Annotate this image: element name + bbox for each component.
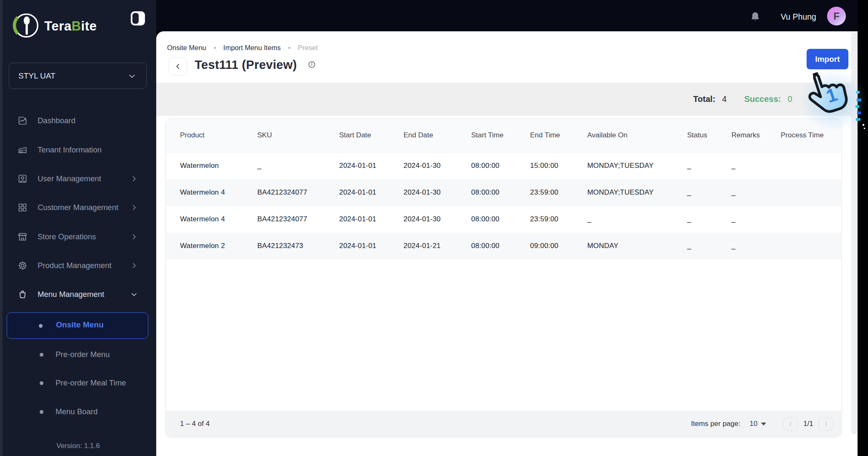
table-header-row: ProductSKUStart DateEnd DateStart TimeEn… [166,119,841,152]
sidebar-item-customer-management[interactable]: Customer Management [0,198,156,217]
table-cell: _ [687,162,731,170]
breadcrumb-import-menu-items[interactable]: Import Menu Items [223,44,281,52]
table-cell: MONDAY;TUESDAY [587,162,687,170]
table-cell: 2024-01-01 [339,242,404,250]
table-cell: _ [731,242,781,250]
table-row: Watermelon 4BA42123240772024-01-012024-0… [166,179,841,206]
column-header: End Date [404,131,471,139]
chevron-right-icon [823,421,829,427]
items-per-page-label: Items per page: [691,420,740,428]
previous-page-button[interactable] [783,418,798,431]
grid-icon [18,203,28,213]
column-header: Product [180,131,257,139]
bullet-icon [40,381,43,385]
chevron-left-icon [787,421,794,427]
top-header-bar [156,0,868,31]
sidebar-subitem-pre-order-meal-time[interactable]: Pre-order Meal Time [0,375,156,392]
user-name: Vu Phung [781,12,816,22]
sidebar-subitem-onsite-menu[interactable]: Onsite Menu [7,312,148,339]
table-cell: 2024-01-30 [404,215,471,223]
table-cell: MONDAY;TUESDAY [587,188,687,197]
page-title: Test111 (Preview) [195,58,297,72]
table-cell: _ [731,188,781,197]
sidebar-item-product-management[interactable]: Product Management [0,256,156,275]
notifications-bell-icon[interactable] [749,11,761,24]
success-label: Success: [744,94,781,104]
table-cell: MONDAY [587,242,687,250]
avatar[interactable]: F [827,7,846,25]
sidebar-subitem-menu-board[interactable]: Menu Board [0,404,156,421]
breadcrumb-preset: Preset [298,44,318,52]
sidebar-item-label: Product Management [38,261,112,270]
table-cell: _ [731,215,781,223]
table-body: Watermelon_2024-01-012024-01-3008:00:001… [166,152,841,259]
sidebar-item-label: Tenant Information [38,145,102,155]
sidebar-subitem-pre-order-menu[interactable]: Pre-order Menu [0,347,156,363]
sidebar-item-menu-management[interactable]: Menu Management [0,285,156,304]
table-cell: 08:00:00 [471,162,530,170]
import-button[interactable]: Import [807,49,848,69]
gear-icon [18,261,28,271]
table-cell: _ [687,188,731,197]
bullet-icon [40,353,43,357]
table-cell: _ [731,162,781,170]
sidebar-collapse-button[interactable] [131,11,145,25]
sidebar: TeraBite STYL UAT Dashboard Tenant Infor… [0,0,156,456]
sidebar-subitem-label: Pre-order Menu [56,350,110,359]
table-header: ProductSKUStart DateEnd DateStart TimeEn… [166,119,841,152]
table-cell: Watermelon 4 [180,215,257,223]
breadcrumb-separator [214,47,216,49]
column-header: SKU [257,131,339,139]
table-cell: _ [257,162,339,170]
back-button[interactable] [169,57,187,76]
table-cell: Watermelon 2 [180,242,257,250]
items-per-page-value: 10 [749,420,757,428]
dashboard-icon [18,116,28,126]
table-cell: 2024-01-30 [404,188,471,197]
sidebar-subitem-label: Pre-order Meal Time [56,378,126,388]
info-icon[interactable] [308,61,316,70]
terabite-logo-icon [13,12,40,41]
sidebar-item-label: Menu Management [38,290,104,299]
table-row: Watermelon 2BA4212324732024-01-012024-01… [166,233,841,259]
sidebar-item-user-management[interactable]: User Management [0,170,156,188]
workspace-select-value: STYL UAT [18,71,56,81]
chevron-down-icon [128,72,136,82]
table-cell: 2024-01-01 [339,162,404,170]
table-cell: 08:00:00 [471,242,530,250]
sidebar-item-label: Dashboard [38,116,76,125]
table-cell: 2024-01-30 [404,162,471,170]
dropdown-arrow-icon [761,423,766,426]
screen-edge-band [858,0,868,456]
table-cell: 08:00:00 [471,188,530,197]
table-row: Watermelon_2024-01-012024-01-3008:00:001… [166,152,841,179]
tenant-building-icon [18,145,28,155]
sidebar-subitem-label: Onsite Menu [56,320,104,329]
sidebar-item-dashboard[interactable]: Dashboard [0,111,156,130]
table-cell: Watermelon 4 [180,188,257,197]
column-header: Available On [587,131,687,139]
bullet-icon [40,410,43,414]
chevron-right-icon [130,175,138,185]
preview-table-card: ProductSKUStart DateEnd DateStart TimeEn… [165,118,842,437]
import-summary-bar: Total: 4 Success: 0 E [156,83,858,116]
total-value: 4 [722,94,727,104]
click-cursor-hand-icon: 1 [803,67,855,121]
breadcrumb-onsite-menu[interactable]: Onsite Menu [167,44,206,52]
sidebar-item-label: Customer Management [38,203,118,212]
sidebar-item-tenant-information[interactable]: Tenant Information [0,141,156,159]
glitch-pixel [864,128,865,129]
table-cell: BA4212324077 [257,188,339,197]
items-per-page-select[interactable]: 10 [749,420,766,428]
workspace-select[interactable]: STYL UAT [9,63,147,89]
breadcrumb-separator [288,47,290,49]
app-version: Version: 1.1.6 [0,442,156,450]
next-page-button[interactable] [818,418,834,431]
sidebar-item-store-operations[interactable]: Store Operations [0,228,156,246]
sidebar-item-label: Store Operations [38,232,96,241]
glitch-pixel [857,99,861,101]
sidebar-item-label: User Management [38,174,101,183]
column-header: Status [687,131,731,139]
total-label: Total: [693,94,716,104]
table-cell: 09:00:00 [530,242,587,250]
